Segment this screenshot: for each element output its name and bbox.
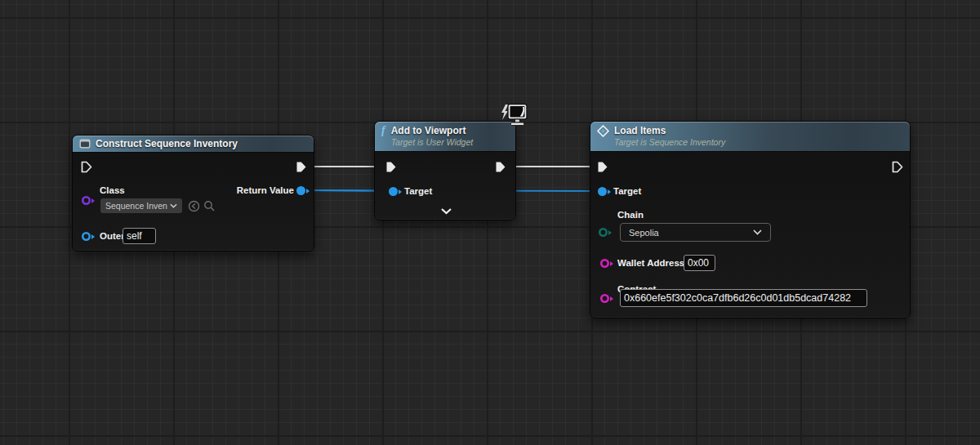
exec-in-pin[interactable] — [597, 161, 608, 173]
target-pin-label: Target — [613, 186, 641, 196]
node-header[interactable]: f Add to Viewport Target is User Widget — [375, 122, 515, 152]
chain-select-value: Sepolia — [629, 228, 753, 238]
contract-address-input[interactable] — [620, 289, 867, 307]
node-add-to-viewport[interactable]: f Add to Viewport Target is User Widget … — [374, 121, 516, 220]
window-icon — [79, 139, 91, 149]
class-select-value: Sequence Inven — [105, 201, 170, 211]
class-select-dropdown[interactable]: Sequence Inven — [100, 198, 182, 213]
target-pin[interactable] — [389, 187, 398, 196]
exec-in-pin[interactable] — [81, 161, 92, 173]
outer-value-input[interactable] — [122, 228, 156, 244]
class-pin[interactable] — [82, 196, 91, 205]
node-header[interactable]: Construct Sequence Inventory — [73, 136, 314, 153]
outer-pin-label: Outer — [100, 231, 125, 241]
node-title: Load Items — [614, 125, 725, 136]
exec-in-pin[interactable] — [385, 161, 397, 173]
exec-out-pin[interactable] — [892, 161, 903, 173]
node-construct-sequence-inventory[interactable]: Construct Sequence Inventory Class Seque… — [72, 135, 314, 251]
node-header[interactable]: Load Items Target is Sequence Inventory — [590, 122, 910, 152]
node-load-items[interactable]: Load Items Target is Sequence Inventory … — [590, 121, 911, 318]
use-selected-asset-icon[interactable] — [188, 200, 200, 212]
return-value-pin[interactable] — [296, 186, 305, 195]
function-f-icon: f — [381, 125, 385, 136]
node-title: Construct Sequence Inventory — [96, 138, 238, 149]
exec-out-pin[interactable] — [296, 161, 307, 173]
wallet-address-pin[interactable] — [600, 259, 609, 268]
class-pin-label: Class — [100, 185, 125, 195]
search-icon[interactable] — [203, 200, 216, 212]
wallet-address-pin-label: Wallet Address — [617, 258, 684, 268]
outer-pin[interactable] — [82, 232, 91, 241]
node-subtitle: Target is User Widget — [391, 137, 473, 147]
target-pin[interactable] — [598, 187, 607, 196]
diamond-function-icon — [597, 125, 609, 137]
node-subtitle: Target is Sequence Inventory — [614, 137, 725, 147]
target-pin-label: Target — [404, 186, 432, 196]
exec-out-pin[interactable] — [495, 161, 506, 173]
expand-node-chevron-icon[interactable] — [440, 207, 452, 215]
blueprint-graph-canvas[interactable]: { "colors": { "pin-exec": "#e8e8e8", "pi… — [0, 0, 980, 445]
chain-select-dropdown[interactable]: Sepolia — [620, 223, 771, 242]
chevron-down-icon — [753, 229, 762, 235]
chain-pin-label: Chain — [617, 210, 644, 220]
node-title: Add to Viewport — [391, 125, 473, 136]
return-value-pin-label: Return Value — [237, 185, 294, 195]
chevron-down-icon — [170, 203, 177, 208]
chain-pin[interactable] — [599, 228, 608, 237]
wallet-address-input[interactable] — [684, 255, 715, 271]
desktop-screen-badge-icon — [499, 103, 528, 128]
contract-pin[interactable] — [600, 294, 609, 303]
